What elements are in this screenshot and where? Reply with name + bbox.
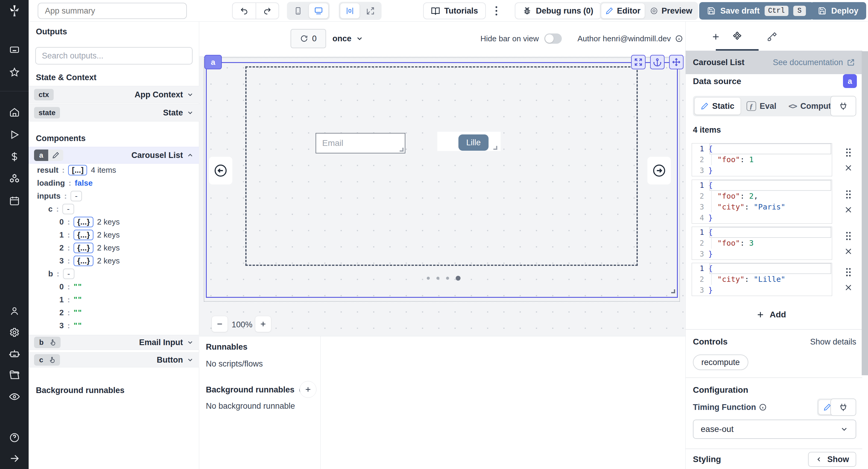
sidebar-item-apps[interactable] — [9, 44, 20, 55]
sidebar-expand-button[interactable] — [9, 453, 20, 464]
component-a-row[interactable]: a Carousel List — [29, 147, 199, 164]
ctx-row[interactable]: ctx App Context — [29, 86, 199, 103]
tree-row-1[interactable]: 1:"" — [29, 293, 199, 306]
empty-node-chip[interactable]: - — [62, 204, 74, 214]
sidebar-item-home[interactable] — [9, 107, 20, 118]
item-delete-button[interactable] — [844, 206, 852, 214]
tutorials-button[interactable]: Tutorials — [423, 2, 486, 19]
carousel-dot-3[interactable] — [446, 277, 449, 280]
connect-data-source-button[interactable] — [830, 96, 856, 116]
sidebar-item-runs[interactable] — [9, 129, 20, 140]
undo-button[interactable] — [233, 3, 255, 19]
item-drag-handle[interactable] — [844, 231, 852, 241]
email-input-component[interactable]: Email — [315, 133, 405, 153]
component-c-row[interactable]: c Button — [29, 352, 199, 368]
sidebar-item-schedules[interactable] — [9, 195, 20, 206]
show-details-link[interactable]: Show details — [810, 337, 856, 347]
sidebar-item-variables[interactable] — [9, 151, 20, 162]
item-json-editor-2[interactable]: 1{2 "foo": 2,3 "city": "Paris"4} — [692, 180, 832, 224]
tree-row-0[interactable]: 0:{...}2 keys — [29, 216, 199, 228]
redo-button[interactable] — [255, 3, 278, 19]
tree-row-0[interactable]: 0:"" — [29, 280, 199, 293]
collapsed-node-chip[interactable]: {...} — [73, 217, 93, 227]
save-draft-button[interactable]: Save draft Ctrl S — [699, 2, 814, 20]
timing-function-select[interactable]: ease-out — [693, 419, 856, 439]
refresh-count-button[interactable]: 0 — [290, 29, 326, 48]
show-styling-button[interactable]: Show — [808, 452, 856, 467]
add-item-button[interactable]: Add — [686, 308, 856, 321]
tree-row-result[interactable]: result:[...]4 items — [29, 164, 199, 177]
sidebar-item-ai[interactable] — [9, 348, 20, 359]
collapsed-node-chip[interactable]: {...} — [73, 230, 93, 240]
item-drag-handle[interactable] — [844, 267, 852, 277]
connect-timing-button[interactable] — [830, 399, 856, 416]
sidebar-item-settings[interactable] — [9, 327, 20, 338]
empty-node-chip[interactable]: - — [70, 191, 82, 201]
carousel-next-button[interactable] — [647, 157, 671, 184]
tree-row-inputs[interactable]: inputs:- — [29, 190, 199, 202]
tree-row-loading[interactable]: loading:false — [29, 177, 199, 190]
preview-tab[interactable]: Preview — [646, 3, 696, 19]
tree-row-1[interactable]: 1:{...}2 keys — [29, 228, 199, 242]
sidebar-item-folders[interactable] — [9, 370, 20, 381]
sidebar-item-help[interactable] — [9, 432, 20, 443]
collapsed-node-chip[interactable]: [...] — [68, 165, 87, 176]
mobile-view-button[interactable] — [288, 3, 308, 19]
resize-handle[interactable] — [493, 146, 497, 150]
sidebar-item-audit[interactable] — [9, 391, 20, 402]
carousel-dot-2[interactable] — [436, 277, 439, 280]
tree-row-c[interactable]: c:- — [29, 202, 199, 216]
zoom-in-button[interactable] — [255, 316, 271, 332]
collapsed-node-chip[interactable]: {...} — [73, 256, 93, 266]
collapsed-node-chip[interactable]: {...} — [73, 243, 93, 253]
mode-eval-button[interactable]: ƒ Eval — [741, 98, 783, 115]
styling-tab[interactable] — [764, 28, 781, 45]
sidebar-item-workers[interactable] — [9, 306, 20, 316]
windmill-logo[interactable] — [8, 4, 21, 18]
add-background-runnable-button[interactable] — [300, 381, 316, 398]
item-delete-button[interactable] — [844, 247, 852, 256]
editor-tab[interactable]: Editor — [601, 3, 645, 19]
anchor-component-button[interactable] — [650, 55, 664, 69]
component-resize-handle[interactable] — [671, 289, 675, 293]
lille-button-component[interactable]: Lille — [458, 134, 489, 151]
sidebar-item-resources[interactable] — [9, 173, 20, 184]
zoom-out-button[interactable] — [212, 316, 228, 332]
empty-node-chip[interactable]: - — [63, 269, 75, 279]
rename-component-button[interactable] — [48, 150, 63, 161]
scrollbar-thumb[interactable] — [862, 51, 868, 375]
state-row[interactable]: state State — [29, 104, 199, 122]
sidebar-item-favorites[interactable] — [9, 67, 20, 78]
settings-tab-active[interactable] — [729, 28, 746, 45]
carousel-dot-1[interactable] — [427, 277, 430, 280]
carousel-prev-button[interactable] — [209, 157, 232, 184]
tree-row-b[interactable]: b:- — [29, 268, 199, 280]
move-component-button[interactable] — [669, 55, 684, 69]
item-delete-button[interactable] — [844, 164, 852, 172]
insert-component-tab[interactable] — [707, 28, 724, 45]
tree-row-3[interactable]: 3:{...}2 keys — [29, 254, 199, 268]
recompute-button[interactable]: recompute — [693, 354, 748, 370]
tree-row-2[interactable]: 2:{...}2 keys — [29, 242, 199, 254]
search-outputs-input[interactable] — [35, 47, 193, 64]
desktop-view-button[interactable] — [309, 3, 328, 19]
component-b-row[interactable]: b Email Input — [29, 335, 199, 350]
center-align-button[interactable] — [340, 3, 360, 19]
item-delete-button[interactable] — [844, 283, 852, 292]
app-summary-input[interactable] — [38, 3, 187, 19]
item-json-editor-4[interactable]: 1{2 "city": "Lille"3} — [692, 263, 832, 296]
more-menu-button[interactable] — [492, 4, 501, 18]
tree-row-2[interactable]: 2:"" — [29, 306, 199, 319]
mode-static-button[interactable]: Static — [695, 98, 741, 115]
item-json-editor-1[interactable]: 1{2 "foo": 13} — [692, 143, 832, 176]
expand-component-button[interactable] — [631, 55, 646, 69]
tree-row-3[interactable]: 3:"" — [29, 319, 199, 332]
item-json-editor-3[interactable]: 1{2 "foo": 33} — [692, 227, 832, 260]
hide-bar-toggle[interactable] — [544, 33, 562, 44]
component-a-output-tree[interactable]: result:[...]4 itemsloading:falseinputs:-… — [29, 164, 199, 332]
carousel-dot-4-active[interactable] — [456, 276, 461, 281]
debug-runs-button[interactable]: Debug runs (0) — [515, 2, 601, 19]
see-documentation-link[interactable]: See documentation — [773, 58, 855, 67]
item-drag-handle[interactable] — [844, 189, 852, 199]
resize-handle[interactable] — [400, 148, 404, 152]
